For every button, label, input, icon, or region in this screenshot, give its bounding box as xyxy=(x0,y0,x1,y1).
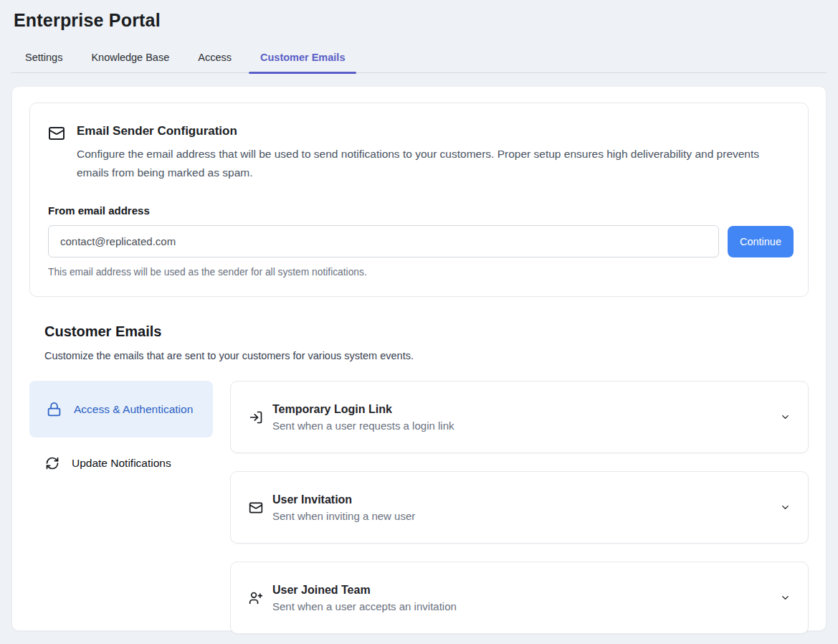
email-item-title: User Invitation xyxy=(272,493,415,506)
email-item-temporary-login-link[interactable]: Temporary Login Link Sent when a user re… xyxy=(230,381,809,453)
email-sender-card: Email Sender Configuration Configure the… xyxy=(29,103,809,297)
customer-emails-description: Customize the emails that are sent to yo… xyxy=(44,350,809,361)
email-item-user-invitation[interactable]: User Invitation Sent when inviting a new… xyxy=(230,471,809,544)
email-item-user-joined-team[interactable]: User Joined Team Sent when a user accept… xyxy=(230,562,809,634)
login-icon xyxy=(249,410,263,425)
email-helper-text: This email address will be used as the s… xyxy=(48,267,794,278)
chevron-down-icon[interactable] xyxy=(780,592,791,603)
category-label: Access & Authentication xyxy=(74,400,193,419)
category-update-notifications[interactable]: Update Notifications xyxy=(29,456,213,470)
tab-settings[interactable]: Settings xyxy=(14,44,74,72)
sender-card-description: Configure the email address that will be… xyxy=(77,145,778,182)
email-item-title: Temporary Login Link xyxy=(272,403,454,416)
email-item-subtitle: Sent when inviting a new user xyxy=(272,510,415,522)
page-header: Enterprise Portal Settings Knowledge Bas… xyxy=(0,0,838,73)
email-item-title: User Joined Team xyxy=(272,584,457,597)
chevron-down-icon[interactable] xyxy=(780,502,791,513)
category-label: Update Notifications xyxy=(72,457,171,470)
user-plus-icon xyxy=(249,591,263,605)
email-template-list: Temporary Login Link Sent when a user re… xyxy=(230,381,809,634)
continue-button[interactable]: Continue xyxy=(728,226,794,257)
from-email-input[interactable] xyxy=(48,225,719,257)
mail-icon xyxy=(249,501,263,515)
tab-customer-emails[interactable]: Customer Emails xyxy=(249,44,356,72)
lock-icon xyxy=(47,402,62,417)
category-access-authentication[interactable]: Access & Authentication xyxy=(29,381,213,437)
email-item-subtitle: Sent when a user requests a login link xyxy=(272,420,454,432)
email-item-subtitle: Sent when a user accepts an invitation xyxy=(272,600,457,612)
sender-card-title: Email Sender Configuration xyxy=(77,124,778,138)
main-panel: Email Sender Configuration Configure the… xyxy=(11,86,827,631)
chevron-down-icon[interactable] xyxy=(780,412,791,422)
refresh-icon xyxy=(45,456,59,470)
page-title: Enterprise Portal xyxy=(14,10,827,31)
tab-knowledge-base[interactable]: Knowledge Base xyxy=(80,44,181,72)
email-category-sidebar: Access & Authentication Update Notificat… xyxy=(29,381,213,634)
tab-access[interactable]: Access xyxy=(186,44,243,72)
customer-emails-heading: Customer Emails xyxy=(44,323,809,340)
tab-bar: Settings Knowledge Base Access Customer … xyxy=(11,44,827,73)
mail-icon xyxy=(48,125,65,142)
from-email-label: From email address xyxy=(48,204,794,217)
